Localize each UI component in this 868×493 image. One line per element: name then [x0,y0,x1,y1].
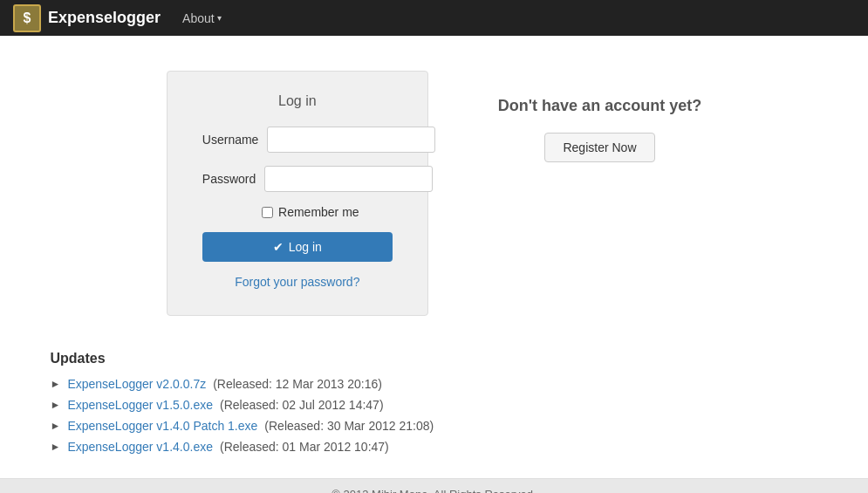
register-section: Don't have an account yet? Register Now [498,71,701,162]
forgot-password-link[interactable]: Forgot your password? [202,275,393,289]
main-content: Log in Username Password Remember me ✔ L… [0,36,868,478]
username-input[interactable] [267,127,435,153]
remember-label: Remember me [278,205,359,219]
navbar: $ Expenselogger About ▾ [0,0,868,36]
footer: © 2013 Mihir Mone. All Rights Reserved. [0,478,868,493]
list-item: ► ExpenseLogger v2.0.0.7z (Released: 12 … [51,377,818,391]
top-section: Log in Username Password Remember me ✔ L… [42,71,827,316]
password-label: Password [202,172,256,186]
update-date: (Released: 30 Mar 2012 21:08) [264,419,434,433]
login-button[interactable]: ✔ Log in [202,232,393,262]
username-group: Username [202,127,393,153]
brand-name: Expenselogger [48,9,161,27]
login-title: Log in [202,93,393,109]
remember-row: Remember me [229,205,393,219]
login-btn-label: Log in [289,240,322,254]
about-caret-icon: ▾ [217,13,222,23]
password-group: Password [202,166,393,192]
update-date: (Released: 01 Mar 2012 10:47) [220,440,389,454]
register-now-button[interactable]: Register Now [544,133,654,162]
list-item: ► ExpenseLogger v1.5.0.exe (Released: 02… [51,398,818,412]
password-input[interactable] [264,166,433,192]
update-date: (Released: 12 Mar 2013 20:16) [213,377,382,391]
update-date: (Released: 02 Jul 2012 14:47) [220,398,384,412]
remember-checkbox[interactable] [262,207,273,218]
updates-title: Updates [51,351,818,366]
footer-text: © 2013 Mihir Mone. All Rights Reserved. [331,488,536,493]
update-link[interactable]: ExpenseLogger v2.0.0.7z [67,377,206,391]
update-link[interactable]: ExpenseLogger v1.5.0.exe [67,398,213,412]
brand-icon: $ [13,4,41,32]
register-heading: Don't have an account yet? [498,97,701,115]
updates-section: Updates ► ExpenseLogger v2.0.0.7z (Relea… [42,351,827,461]
about-nav-link[interactable]: About ▾ [178,11,226,25]
list-item: ► ExpenseLogger v1.4.0.exe (Released: 01… [51,440,818,454]
list-item: ► ExpenseLogger v1.4.0 Patch 1.exe (Rele… [51,419,818,433]
about-label: About [182,11,215,25]
checkmark-icon: ✔ [273,240,284,254]
arrow-icon: ► [51,399,61,411]
update-link[interactable]: ExpenseLogger v1.4.0.exe [67,440,213,454]
arrow-icon: ► [51,420,61,432]
login-box: Log in Username Password Remember me ✔ L… [167,71,428,316]
update-link[interactable]: ExpenseLogger v1.4.0 Patch 1.exe [67,419,257,433]
username-label: Username [202,133,259,147]
arrow-icon: ► [51,378,61,390]
brand-link[interactable]: $ Expenselogger [13,4,161,32]
arrow-icon: ► [51,441,61,453]
